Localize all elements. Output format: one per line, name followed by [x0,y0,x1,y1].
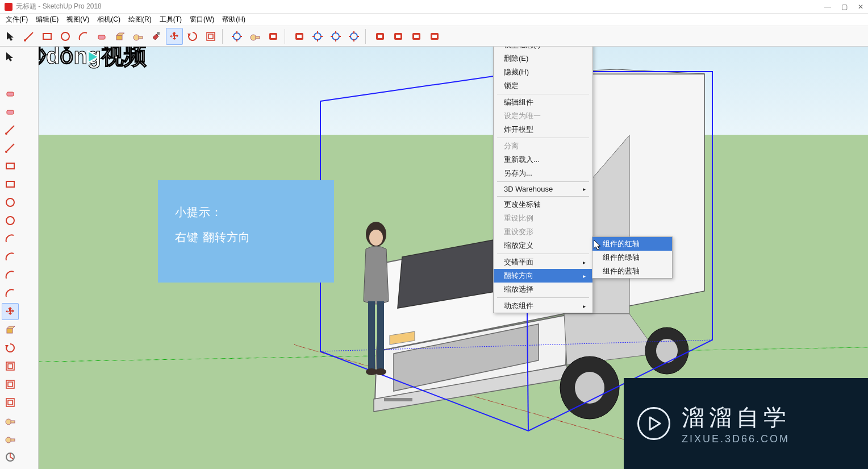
followme-icon[interactable] [2,358,19,375]
subctx-组件的蓝轴[interactable]: 组件的蓝轴 [592,264,672,278]
context-submenu-flip[interactable]: 组件的红轴组件的绿轴组件的蓝轴 [592,236,673,279]
rotate-icon[interactable] [184,28,201,45]
rect-icon[interactable] [39,28,56,45]
ctx-模型信息(I)[interactable]: 模型信息(I) [494,47,592,52]
menu-2[interactable]: 视图(V) [63,14,93,26]
zoom-extents-icon[interactable] [345,28,362,45]
circle-icon[interactable] [57,28,74,45]
svg-point-35 [5,151,7,153]
select-icon[interactable] [2,48,19,65]
ctx-翻转方向[interactable]: 翻转方向▸ [494,269,592,283]
pushpull2-icon[interactable] [2,321,19,338]
tape-icon[interactable] [130,28,147,45]
viewport-canvas[interactable]: 小提示： 右键 翻转方向 模型信息(I)删除(E)隐藏(H)锁定编辑组件设定为唯… [39,47,868,469]
line-icon[interactable] [20,28,37,45]
orbit-icon[interactable] [228,28,245,45]
svg-rect-4 [98,35,105,39]
rect2-icon[interactable] [2,157,19,175]
ctx-动态组件[interactable]: 动态组件▸ [494,299,592,313]
subctx-组件的绿轴[interactable]: 组件的绿轴 [592,251,672,264]
freehand-icon[interactable] [2,139,19,156]
menu-bar: 文件(F)编辑(E)视图(V)相机(C)绘图(R)工具(T)窗口(W)帮助(H) [0,14,868,26]
svg-rect-19 [297,35,302,38]
ctx-锁定[interactable]: 锁定 [494,79,592,93]
red-tool-icon[interactable] [426,28,443,45]
eraser2-icon[interactable] [2,85,19,102]
text2-icon[interactable] [2,467,19,469]
pushpull-icon[interactable] [111,28,128,45]
rotate2-icon[interactable] [2,339,19,356]
tape2-icon[interactable] [2,412,19,429]
offset2-icon[interactable] [2,394,19,411]
ctx-删除(E)[interactable]: 删除(E) [494,52,592,65]
toolbar-top [0,26,868,47]
layers-icon[interactable] [408,28,425,45]
minimize-button[interactable]: — [824,3,831,11]
ctx-缩放选择[interactable]: 缩放选择 [494,283,592,296]
ctx-更改坐标轴[interactable]: 更改坐标轴 [494,198,592,211]
move-icon[interactable] [166,28,183,45]
svg-marker-78 [564,314,658,365]
protractor-icon[interactable] [2,449,19,466]
arc2pt-icon[interactable] [2,248,19,265]
select-arrow-icon[interactable] [2,28,19,45]
svg-rect-24 [378,35,382,38]
arc2-icon[interactable] [2,230,19,247]
ctx-炸开模型[interactable]: 炸开模型 [494,123,592,136]
eraser3-icon[interactable] [2,103,19,120]
circle2-icon[interactable] [2,194,19,211]
tip-title: 小提示： [175,200,317,225]
arc-icon[interactable] [75,28,92,45]
polygon-icon[interactable] [2,212,19,229]
context-menu[interactable]: 模型信息(I)删除(E)隐藏(H)锁定编辑组件设定为唯一炸开模型分离重新载入..… [493,47,593,313]
scale-icon[interactable] [2,376,19,393]
component-icon[interactable] [291,28,308,45]
text-icon[interactable] [265,28,282,45]
ctx-编辑组件[interactable]: 编辑组件 [494,96,592,109]
pan-icon[interactable] [309,28,326,45]
ext-icon[interactable] [390,28,407,45]
svg-point-82 [656,339,678,363]
close-button[interactable]: ✕ [858,3,863,11]
play-icon [637,407,670,440]
dim-icon[interactable] [247,28,264,45]
svg-rect-37 [6,181,14,187]
menu-4[interactable]: 绘图(R) [125,14,155,26]
offset-icon[interactable] [202,28,219,45]
ctx-缩放定义[interactable]: 缩放定义 [494,239,592,252]
arc3-icon[interactable] [2,267,19,284]
menu-1[interactable]: 编辑(E) [32,14,62,26]
menu-5[interactable]: 工具(T) [156,14,185,26]
rect-rot-icon[interactable] [2,176,19,193]
menu-3[interactable]: 相机(C) [94,14,124,26]
ctx-3D Warehouse[interactable]: 3D Warehouse▸ [494,183,592,195]
ctx-另存为...[interactable]: 另存为... [494,167,592,180]
ctx-隐藏(H)[interactable]: 隐藏(H) [494,65,592,79]
menu-6[interactable]: 窗口(W) [186,14,218,26]
eraser-icon[interactable] [93,28,110,45]
badge-title: 溜溜自学 [682,402,791,433]
svg-rect-2 [43,34,51,39]
ctx-重新载入...[interactable]: 重新载入... [494,153,592,167]
window-title: 无标题 - SketchUp Pro 2018 [16,2,102,11]
svg-point-34 [5,132,7,135]
toolbar-left [0,47,39,469]
menu-0[interactable]: 文件(F) [2,14,31,26]
svg-marker-10 [187,34,191,36]
svg-point-1 [24,39,26,41]
ctx-交错平面[interactable]: 交错平面▸ [494,255,592,269]
subctx-组件的红轴[interactable]: 组件的红轴 [592,237,672,251]
maximize-button[interactable]: ▢ [841,3,848,11]
zoom-icon[interactable] [327,28,344,45]
svg-marker-41 [7,326,15,329]
app-icon [5,3,12,11]
warehouse-icon[interactable] [372,28,389,45]
line2-icon[interactable] [2,121,19,138]
dim2-icon[interactable] [2,430,19,447]
svg-point-38 [6,198,14,206]
menu-7[interactable]: 帮助(H) [219,14,249,26]
move2-icon[interactable] [2,303,19,320]
pie-icon[interactable] [2,285,19,302]
svg-rect-45 [6,380,14,388]
paint-icon[interactable] [148,28,165,45]
